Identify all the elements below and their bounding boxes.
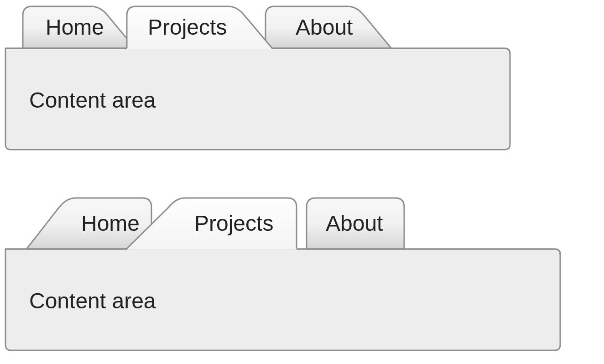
tab-home[interactable]: Home xyxy=(23,6,135,48)
tab-example-1: About Home Projects Content area xyxy=(0,0,604,160)
tab-home[interactable]: Home xyxy=(26,198,151,249)
diagram-stage: About Home Projects Content area xyxy=(0,0,604,364)
tab-home-label: Home xyxy=(46,15,104,39)
tab-projects-label: Projects xyxy=(194,211,273,235)
content-area-label: Content area xyxy=(29,88,156,112)
content-area-label: Content area xyxy=(29,289,156,313)
tab-about[interactable]: About xyxy=(307,198,404,249)
tab-about-label: About xyxy=(326,211,383,235)
tab-example-2: About Home Projects Content area xyxy=(0,192,604,356)
tab-about[interactable]: About xyxy=(266,6,391,48)
tab-home-label: Home xyxy=(81,211,140,235)
tab-about-label: About xyxy=(296,15,353,39)
tab-projects-label: Projects xyxy=(148,15,227,39)
